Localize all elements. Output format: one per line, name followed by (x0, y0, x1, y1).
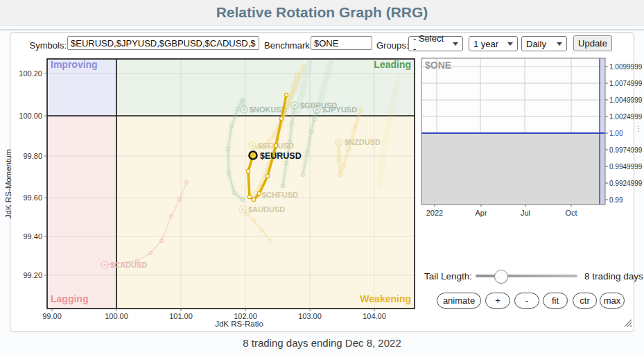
groups-label: Groups: (376, 40, 408, 51)
symbols-input[interactable] (67, 36, 259, 50)
center-button[interactable]: ctr (573, 293, 597, 309)
zoom-in-button[interactable]: + (485, 293, 510, 309)
price-x-tick: Oct (565, 209, 577, 217)
fit-button[interactable]: fit (543, 293, 568, 309)
price-y-tick: 1.00 (609, 130, 623, 137)
chevron-down-icon (507, 42, 513, 46)
chevron-down-icon (453, 42, 458, 46)
price-x-tick: Jul (521, 209, 530, 217)
price-x-tick: Apr (475, 209, 487, 217)
groups-select[interactable]: - Select - (408, 36, 463, 51)
price-chart-menu-icon[interactable]: ⋮ (635, 127, 642, 131)
symbols-label: Symbols: (28, 40, 67, 51)
price-y-tick: 1.0049999 (609, 96, 643, 104)
tail-length-slider-track[interactable] (476, 275, 577, 277)
groups-select-value: - Select - (413, 33, 449, 54)
tail-length-label: Tail Length: (424, 271, 472, 282)
zoom-out-button[interactable]: - (514, 293, 539, 309)
price-y-tick: 0.9924999 (609, 180, 643, 187)
update-button[interactable]: Update (573, 35, 612, 51)
benchmark-input[interactable] (311, 36, 372, 50)
price-x-tick: 2022 (426, 209, 443, 217)
animate-button[interactable]: animate (437, 293, 481, 309)
price-area-fill (421, 133, 605, 205)
tail-length-value: 8 trading days (584, 271, 643, 282)
price-y-tick: 0.9949999 (609, 163, 643, 171)
period-select-value: 1 year (473, 39, 498, 49)
benchmark-label: Benchmark: (264, 40, 312, 51)
price-y-tick: 1.0024999 (609, 113, 643, 121)
tail-length-slider-handle[interactable] (494, 270, 508, 284)
benchmark-title: $ONE (425, 60, 451, 71)
chart-caption: 8 trading days ending Dec 8, 2022 (0, 337, 644, 349)
price-y-tick: 1.0099999 (609, 63, 643, 71)
frequency-select[interactable]: Daily (521, 36, 567, 51)
price-y-tick: 0.9974999 (609, 146, 643, 154)
price-y-tick: 1.0074999 (609, 80, 643, 87)
period-select[interactable]: 1 year (469, 36, 518, 51)
frequency-select-value: Daily (526, 39, 546, 49)
resize-grip-icon[interactable] (622, 317, 633, 328)
chevron-down-icon (557, 42, 562, 46)
price-y-tick: 0.99 (609, 196, 623, 204)
rrg-app: { "header": { "title": "Relative Rotatio… (0, 0, 644, 355)
max-button[interactable]: max (600, 293, 625, 309)
